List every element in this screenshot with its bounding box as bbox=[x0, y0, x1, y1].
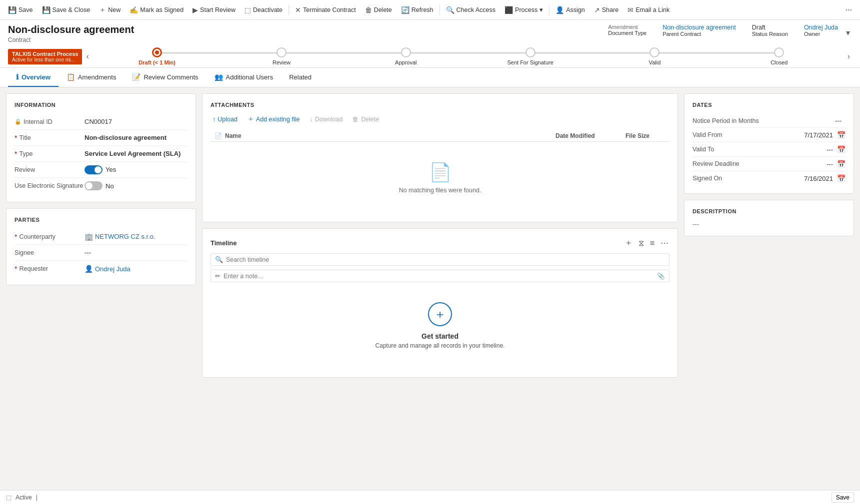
save-button[interactable]: 💾 Save bbox=[4, 2, 37, 18]
timeline-search-input[interactable] bbox=[226, 256, 665, 263]
new-button[interactable]: ＋ New bbox=[95, 2, 124, 18]
process-step-draft[interactable]: Draft (< 1 Min) bbox=[95, 47, 220, 65]
owner-value[interactable]: Ondrej Juda bbox=[804, 24, 838, 31]
parties-title: PARTIES bbox=[14, 217, 188, 223]
process-step-review[interactable]: Review bbox=[220, 47, 344, 65]
share-button[interactable]: ↗ Share bbox=[590, 2, 622, 18]
esig-toggle[interactable] bbox=[84, 181, 102, 190]
step-circle bbox=[526, 47, 536, 57]
process-step-sent-for-signature[interactable]: Sent For Signature bbox=[468, 47, 592, 65]
status-reason-meta: Draft Status Reason bbox=[752, 24, 788, 37]
doc-type-meta: Amendment Document Type bbox=[608, 24, 646, 36]
timeline-filter-button[interactable]: ⧖ bbox=[638, 238, 645, 249]
valid-from-value: 7/17/2021 bbox=[804, 131, 833, 139]
process-steps: Draft (< 1 Min)ReviewApprovalSent For Si… bbox=[91, 47, 846, 65]
esig-value-container: No bbox=[84, 181, 114, 190]
tab-related[interactable]: Related bbox=[281, 68, 320, 87]
dates-title: DATES bbox=[692, 102, 846, 108]
timeline-add-circle[interactable]: ＋ bbox=[428, 302, 452, 326]
review-text: Yes bbox=[106, 166, 116, 173]
process-tag-title: TALXIS Contract Process bbox=[12, 51, 78, 57]
upload-button[interactable]: ↑ Upload bbox=[210, 115, 240, 124]
mark-signed-button[interactable]: ✍ Mark as Signed bbox=[126, 2, 188, 18]
tab-review_comments[interactable]: 📝Review Comments bbox=[124, 68, 206, 87]
timeline-add-button[interactable]: ＋ bbox=[624, 237, 634, 249]
process-bar: TALXIS Contract Process Active for less … bbox=[8, 43, 852, 67]
signee-label: Signee bbox=[14, 249, 84, 256]
more-button[interactable]: ⋯ bbox=[842, 2, 856, 18]
refresh-button[interactable]: 🔄 Refresh bbox=[397, 2, 438, 18]
no-files-message: 📄 No matching files were found. bbox=[210, 142, 670, 214]
check-access-button[interactable]: 🔍 Check Access bbox=[442, 2, 500, 18]
type-value[interactable]: Service Level Agreement (SLA) bbox=[84, 150, 188, 157]
valid-from-calendar-icon[interactable]: 📅 bbox=[837, 131, 846, 139]
deactivate-button[interactable]: ⬚ Deactivate bbox=[240, 2, 286, 18]
signed-on-calendar-icon[interactable]: 📅 bbox=[837, 174, 846, 182]
description-title: DESCRITPTION bbox=[692, 208, 846, 214]
attachments-card: ATTACHMENTS ↑ Upload ＋ Add existing file… bbox=[202, 93, 678, 222]
save-close-button[interactable]: 💾 Save & Close bbox=[38, 2, 94, 18]
valid-to-row: Valid To --- 📅 bbox=[692, 142, 846, 157]
separator3 bbox=[549, 5, 550, 15]
timeline-note-input[interactable] bbox=[224, 273, 654, 280]
parties-card: PARTIES * Counterparty 🏢 NETWORG CZ s.r.… bbox=[6, 208, 196, 285]
tab-overview[interactable]: ℹOverview bbox=[8, 68, 58, 87]
notice-period-label: Notice Period in Months bbox=[692, 117, 835, 124]
parent-contract-value[interactable]: Non-disclosure agreement bbox=[662, 24, 736, 31]
process-button[interactable]: ⬛ Process ▾ bbox=[500, 2, 547, 18]
requester-value[interactable]: 👤 Ondrej Juda bbox=[84, 265, 188, 273]
process-tag-sub: Active for less than one mi... bbox=[12, 57, 78, 62]
valid-from-label: Valid From bbox=[692, 131, 804, 138]
process-step-closed[interactable]: Closed bbox=[717, 47, 842, 65]
type-row: * Type Service Level Agreement (SLA) bbox=[14, 146, 188, 162]
process-sidebar-tag[interactable]: TALXIS Contract Process Active for less … bbox=[8, 49, 82, 64]
timeline-list-button[interactable]: ≡ bbox=[649, 238, 656, 249]
step-label: Approval bbox=[395, 59, 416, 65]
valid-to-calendar-icon[interactable]: 📅 bbox=[837, 145, 846, 153]
process-step-approval[interactable]: Approval bbox=[344, 47, 468, 65]
review-row: Review Yes bbox=[14, 162, 188, 178]
header-expand-icon[interactable]: ▾ bbox=[844, 26, 852, 39]
start-review-button[interactable]: ▶ Start Review bbox=[188, 2, 240, 18]
toolbar: 💾 Save 💾 Save & Close ＋ New ✍ Mark as Si… bbox=[0, 0, 860, 20]
description-value: --- bbox=[692, 220, 846, 228]
timeline-more-button[interactable]: ⋯ bbox=[660, 237, 670, 249]
title-block: Non-disclosure agreement Contract bbox=[8, 24, 134, 43]
upload-icon: ↑ bbox=[212, 116, 216, 123]
review-deadline-calendar-icon[interactable]: 📅 bbox=[837, 160, 846, 168]
download-icon: ↓ bbox=[310, 116, 312, 123]
title-value[interactable]: Non-disclosure agreement bbox=[84, 134, 188, 141]
review-deadline-row: Review Deadline --- 📅 bbox=[692, 157, 846, 171]
esig-row: Use Electronic Signature No bbox=[14, 178, 188, 194]
timeline-search: 🔍 bbox=[210, 253, 670, 266]
review-deadline-value: --- bbox=[826, 160, 833, 168]
counterparty-value[interactable]: 🏢 NETWORG CZ s.r.o. bbox=[84, 233, 188, 241]
counterparty-icon: 🏢 bbox=[84, 233, 93, 241]
download-attach-button[interactable]: ↓ Download bbox=[308, 115, 344, 124]
process-chevron-icon: ▾ bbox=[540, 6, 543, 13]
valid-to-label: Valid To bbox=[692, 146, 826, 153]
add-existing-button[interactable]: ＋ Add existing file bbox=[246, 114, 302, 124]
step-circle bbox=[650, 47, 660, 57]
dates-card: DATES Notice Period in Months --- Valid … bbox=[684, 93, 854, 194]
tab-additional_users[interactable]: 👥Additional Users bbox=[206, 68, 282, 87]
left-panel: INFORMATION 🔒 Internal ID CN00017 * Titl… bbox=[6, 93, 196, 476]
step-label: Draft (< 1 Min) bbox=[138, 59, 176, 65]
timeline-title: Timeline bbox=[210, 239, 624, 247]
requester-person-icon: 👤 bbox=[84, 265, 93, 273]
step-label: Sent For Signature bbox=[507, 59, 553, 65]
signed-on-value: 7/16/2021 bbox=[804, 175, 833, 182]
delete-attach-button[interactable]: 🗑 Delete bbox=[350, 115, 381, 124]
delete-button[interactable]: 🗑 Delete bbox=[361, 2, 396, 18]
review-toggle[interactable] bbox=[84, 165, 102, 174]
process-next-button[interactable]: › bbox=[846, 52, 852, 61]
process-step-valid[interactable]: Valid bbox=[592, 47, 717, 65]
email-link-button[interactable]: ✉ Email a Link bbox=[624, 2, 674, 18]
tab-amendments-icon: 📋 bbox=[66, 73, 75, 81]
tab-amendments[interactable]: 📋Amendments bbox=[58, 68, 124, 87]
tab-additional_users-label: Additional Users bbox=[226, 73, 274, 81]
signee-row: Signee --- bbox=[14, 245, 188, 261]
terminate-button[interactable]: ✕ Terminate Contract bbox=[291, 2, 360, 18]
assign-button[interactable]: 👤 Assign bbox=[552, 2, 589, 18]
process-prev-button[interactable]: ‹ bbox=[84, 52, 90, 61]
